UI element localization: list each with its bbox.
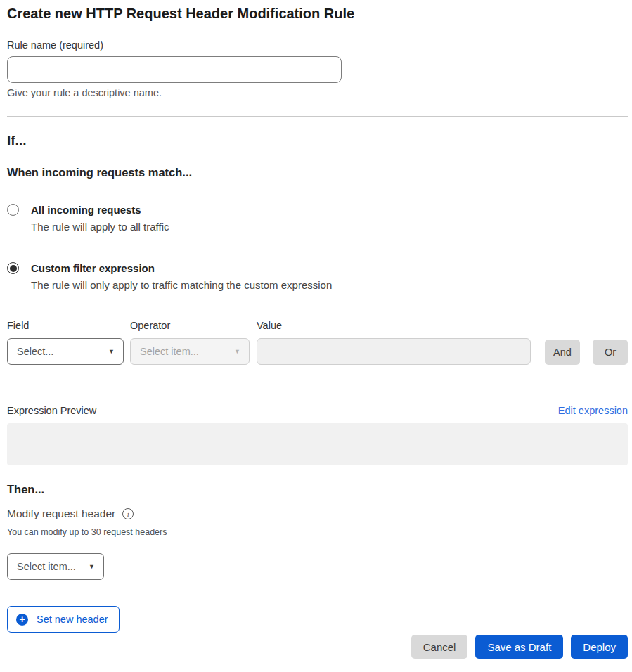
chevron-down-icon: ▼	[89, 564, 95, 570]
radio-label: Custom filter expression	[31, 262, 332, 274]
rule-name-input[interactable]	[7, 56, 342, 83]
if-heading: If...	[7, 133, 628, 148]
radio-all-incoming-requests[interactable]: All incoming requests The rule will appl…	[7, 204, 628, 233]
radio-button-icon[interactable]	[7, 262, 19, 274]
edit-expression-link[interactable]: Edit expression	[558, 405, 628, 417]
rule-name-label: Rule name (required)	[7, 39, 628, 51]
operator-label: Operator	[130, 320, 250, 332]
section-divider	[7, 116, 628, 117]
field-select[interactable]: Select... ▼	[7, 338, 124, 365]
cancel-button[interactable]: Cancel	[411, 635, 468, 659]
expression-preview-header: Expression Preview Edit expression	[7, 405, 628, 417]
set-new-header-button[interactable]: + Set new header	[7, 606, 120, 633]
radio-description: The rule will apply to all traffic	[31, 221, 169, 233]
radio-description: The rule will only apply to traffic matc…	[31, 279, 332, 291]
modify-request-header-row: Modify request header i	[7, 508, 628, 520]
deploy-button[interactable]: Deploy	[571, 635, 628, 659]
header-action-select-value: Select item...	[17, 561, 76, 572]
page-title: Create new HTTP Request Header Modificat…	[7, 6, 628, 22]
expression-builder-row: Field Select... ▼ Operator Select item..…	[7, 320, 628, 365]
header-action-select[interactable]: Select item... ▼	[7, 553, 104, 580]
expression-preview-box	[7, 423, 628, 465]
and-button[interactable]: And	[545, 340, 580, 365]
operator-select: Select item... ▼	[130, 338, 250, 365]
then-heading: Then...	[7, 483, 628, 496]
field-select-value: Select...	[17, 346, 53, 357]
expression-preview-label: Expression Preview	[7, 405, 96, 417]
modify-request-header-help: You can modify up to 30 request headers	[7, 527, 628, 537]
chevron-down-icon: ▼	[234, 349, 240, 355]
footer-actions: Cancel Save as Draft Deploy	[7, 635, 628, 659]
when-incoming-requests-heading: When incoming requests match...	[7, 166, 628, 179]
radio-button-icon[interactable]	[7, 204, 19, 216]
or-button[interactable]: Or	[593, 340, 628, 365]
create-rule-page: Create new HTTP Request Header Modificat…	[0, 0, 632, 659]
radio-custom-filter-expression[interactable]: Custom filter expression The rule will o…	[7, 262, 628, 291]
modify-request-header-label: Modify request header	[7, 508, 115, 520]
save-as-draft-button[interactable]: Save as Draft	[475, 635, 563, 659]
chevron-down-icon: ▼	[108, 349, 115, 355]
value-input	[257, 338, 531, 365]
plus-circle-icon: +	[16, 614, 28, 626]
operator-select-value: Select item...	[140, 346, 199, 357]
info-icon[interactable]: i	[122, 508, 134, 519]
radio-label: All incoming requests	[31, 204, 169, 216]
value-label: Value	[257, 320, 531, 332]
rule-name-help: Give your rule a descriptive name.	[7, 88, 628, 98]
field-label: Field	[7, 320, 124, 332]
set-new-header-label: Set new header	[37, 614, 108, 625]
